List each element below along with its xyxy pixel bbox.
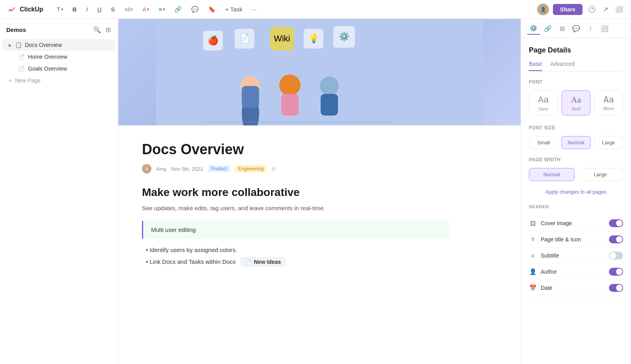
toggle-cover-image: 🖼 Cover image	[529, 215, 623, 231]
inline-badge[interactable]: 📄 New Ideas	[241, 257, 285, 267]
sidebar-actions: 🔍 ⊞	[92, 25, 112, 34]
panel-tab-sort[interactable]: ↕	[584, 22, 597, 35]
font-option-sans[interactable]: Aa Sans	[529, 90, 558, 116]
doc-heading: Make work more collaborative	[142, 186, 450, 199]
panel-tab-grid[interactable]: ⊞	[556, 22, 568, 35]
sidebar-item-home-overview[interactable]: 📄 Home Overview	[2, 51, 116, 63]
new-page-label: New Page	[15, 77, 41, 84]
sidebar-item-docs-overview[interactable]: ▶ 📋 Docs Overview	[2, 39, 116, 51]
font-size-normal[interactable]: Normal	[561, 136, 590, 149]
bold-button[interactable]: B	[70, 4, 79, 14]
svg-point-17	[320, 77, 339, 95]
page-title-toggle[interactable]	[609, 235, 623, 243]
svg-text:⚙️: ⚙️	[339, 31, 350, 42]
header-section-label: HEADER	[529, 204, 623, 209]
sidebar-item-label: Goals Overview	[28, 65, 67, 72]
more-button[interactable]: ···	[250, 4, 259, 14]
export-button[interactable]: ↗	[601, 4, 610, 15]
task-button[interactable]: + Task	[223, 4, 245, 14]
font-label-sans: Sans	[538, 106, 548, 111]
font-option-mono[interactable]: Aa Mono	[594, 90, 623, 116]
doc-body-text: See updates, make edits, tag users, and …	[142, 203, 450, 213]
page-title-icon: T	[529, 237, 537, 243]
expand-button[interactable]: ⬜	[614, 4, 625, 15]
tag-product: Product	[208, 165, 230, 172]
font-label-mono: Mono	[603, 106, 614, 111]
toggle-date: 📅 Date	[529, 280, 623, 296]
align-button[interactable]: ≡ ▾	[156, 4, 167, 14]
search-button[interactable]: 🔍	[92, 25, 102, 34]
date-label: Date	[541, 285, 609, 291]
subtitle-toggle[interactable]	[609, 252, 623, 259]
panel-tab-settings[interactable]: ⚙️	[527, 22, 540, 35]
panel-tab-expand[interactable]: ⬜	[598, 22, 611, 35]
underline-button[interactable]: U	[95, 4, 104, 14]
font-size-small[interactable]: Small	[529, 136, 558, 149]
panel-content: Page Details Basic Advanced Font Aa Sans…	[521, 38, 631, 304]
svg-text:📄: 📄	[239, 33, 250, 44]
svg-text:🍎: 🍎	[208, 35, 219, 46]
plus-icon: +	[9, 77, 12, 84]
svg-point-15	[279, 75, 301, 96]
docs-icon: 📋	[15, 42, 22, 48]
apply-changes-link[interactable]: Apply changes to all pages	[529, 189, 623, 195]
font-size-label: Font Size	[529, 125, 623, 131]
panel-subtab-advanced[interactable]: Advanced	[550, 61, 575, 71]
page-width-label: Page Width	[529, 157, 623, 162]
main-area: Demos 🔍 ⊞ ▶ 📋 Docs Overview 📄 Home Overv…	[0, 19, 631, 364]
page-title-label: Page title & Icon	[541, 236, 609, 243]
logo-text: ClickUp	[20, 6, 43, 13]
svg-point-0	[6, 4, 17, 15]
sidebar-item-label: Home Overview	[28, 54, 67, 60]
layout-button[interactable]: ⊞	[105, 25, 112, 34]
date-icon: 📅	[529, 284, 537, 291]
link-button[interactable]: 🔗	[172, 4, 184, 15]
bullet-item-2: • Link Docs and Tasks within Docs 📄 New …	[142, 257, 450, 267]
panel-tab-comment[interactable]: 💬	[570, 22, 582, 35]
new-page-button[interactable]: + New Page	[2, 75, 116, 86]
text-format-button[interactable]: T ▾	[54, 4, 65, 14]
svg-rect-16	[281, 94, 299, 116]
avatar: 👤	[537, 4, 549, 15]
strikethrough-button[interactable]: S	[109, 4, 118, 14]
svg-text:💡: 💡	[308, 33, 319, 44]
content-area: 🍎 📄 Wiki 💡 ⚙️	[118, 19, 521, 364]
doc-body: Docs Overview A Amy Nov 5th, 2021 Produc…	[118, 125, 473, 286]
toolbar-right: 👤 Share 🕐 ↗ ⬜	[537, 4, 625, 15]
subtitle-icon: ≡	[529, 252, 537, 259]
tag-options-icon[interactable]: ⊙	[271, 166, 276, 172]
cover-image: 🍎 📄 Wiki 💡 ⚙️	[118, 19, 521, 125]
logo: ClickUp	[6, 4, 43, 15]
cover-image-icon: 🖼	[529, 220, 537, 227]
panel-subtab-basic[interactable]: Basic	[529, 61, 542, 71]
font-size-options: Small Normal Large	[529, 136, 623, 149]
code-button[interactable]: </>	[122, 4, 136, 14]
page-width-large[interactable]: Large	[578, 168, 624, 181]
panel-title: Page Details	[529, 46, 623, 54]
sidebar-title: Demos	[6, 26, 26, 33]
toolbar: ClickUp T ▾ B I U S </> A ▾ ≡ ▾ 🔗 💬 🔖 + …	[0, 0, 631, 19]
sidebar: Demos 🔍 ⊞ ▶ 📋 Docs Overview 📄 Home Overv…	[0, 19, 118, 364]
font-label-serif: Serif	[571, 106, 581, 111]
doc-title: Docs Overview	[142, 141, 450, 158]
share-button[interactable]: Share	[553, 4, 582, 15]
bookmark-button[interactable]: 🔖	[206, 4, 218, 15]
author-toggle[interactable]	[609, 268, 623, 276]
tag-engineering: Engineering	[235, 165, 267, 172]
color-button[interactable]: A ▾	[140, 4, 151, 14]
panel-tabs-bar: ⚙️ 🔗 ⊞ 💬 ↕ ⬜	[521, 19, 631, 38]
publish-date: Nov 5th, 2021	[171, 166, 203, 172]
page-width-normal[interactable]: Normal	[529, 168, 575, 181]
font-option-serif[interactable]: Aa Serif	[562, 90, 590, 116]
comment-button[interactable]: 💬	[189, 4, 201, 15]
svg-rect-14	[242, 86, 259, 108]
sidebar-item-goals-overview[interactable]: 📄 Goals Overview	[2, 63, 116, 75]
cover-image-toggle[interactable]	[609, 219, 623, 227]
font-size-large[interactable]: Large	[594, 136, 623, 149]
date-toggle[interactable]	[609, 284, 623, 292]
page-icon: 📄	[18, 54, 25, 60]
history-button[interactable]: 🕐	[586, 4, 597, 15]
italic-button[interactable]: I	[84, 4, 90, 14]
sidebar-header: Demos 🔍 ⊞	[0, 25, 118, 39]
panel-tab-link[interactable]: 🔗	[541, 22, 554, 35]
